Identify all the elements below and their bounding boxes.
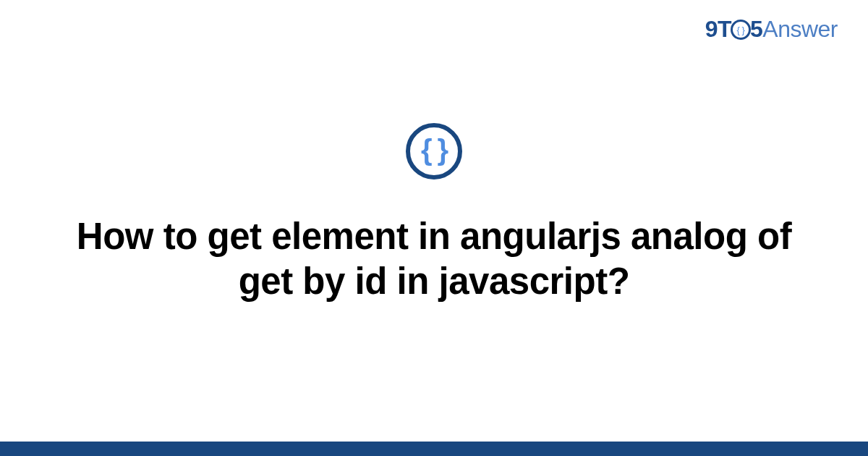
main-content: { } How to get element in angularjs anal… bbox=[0, 0, 868, 456]
footer-bar bbox=[0, 442, 868, 456]
code-braces-icon: { } bbox=[421, 135, 447, 164]
category-icon: { } bbox=[406, 123, 462, 180]
question-title: How to get element in angularjs analog o… bbox=[65, 214, 803, 304]
